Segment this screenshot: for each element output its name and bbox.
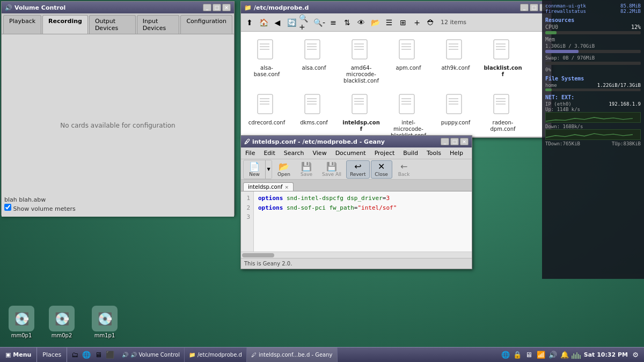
fm-file-alsa-base[interactable]: alsa-base.conf: [245, 36, 288, 86]
fm-grid-button[interactable]: ⊞: [397, 16, 409, 29]
fm-minimize-button[interactable]: _: [520, 4, 529, 11]
close-button[interactable]: ×: [222, 4, 231, 11]
settings-icon[interactable]: ⚙: [630, 350, 641, 360]
show-volume-meters-checkbox[interactable]: [4, 204, 11, 211]
save-button[interactable]: 💾 Save: [296, 160, 317, 179]
geany-minimize-button[interactable]: _: [441, 138, 449, 145]
tab-input-devices[interactable]: Input Devices: [137, 15, 180, 34]
tab-output-devices[interactable]: Output Devices: [89, 15, 136, 34]
fm-file-dkms[interactable]: dkms.conf: [292, 91, 335, 136]
fm-file-puppy[interactable]: puppy.conf: [434, 91, 477, 136]
desktop-icon-mm0p2[interactable]: 💽 mm0p2: [43, 304, 80, 341]
volume-control-title: Volume Control: [14, 4, 65, 11]
menu-edit[interactable]: Edit: [259, 147, 279, 159]
code-area[interactable]: options snd-intel-dspcfg dsp_driver=3 op…: [254, 191, 472, 252]
fm-maximize-button[interactable]: □: [530, 4, 538, 11]
menu-file[interactable]: File: [241, 147, 259, 159]
fm-file-inteldsp[interactable]: inteldsp.conf: [340, 91, 383, 136]
display-icon[interactable]: 🖥: [524, 350, 535, 360]
mm0p2-icon: 💽: [49, 306, 75, 331]
cpu-usage-icon[interactable]: [571, 350, 582, 360]
resources-section-label: Resources: [545, 17, 641, 23]
window-buttons-taskbar-icon[interactable]: ⬛: [105, 350, 115, 360]
menu-search[interactable]: Search: [280, 147, 309, 159]
maximize-button[interactable]: □: [213, 4, 221, 11]
fm-file-blacklist[interactable]: blacklist.conf: [481, 36, 524, 86]
tab-playback[interactable]: Playback: [3, 15, 41, 34]
taskbar-vol-window[interactable]: 🔊 🔊 Volume Control: [118, 348, 185, 362]
close-file-button[interactable]: ✕ Close: [371, 160, 392, 179]
geany-maximize-button[interactable]: □: [450, 138, 459, 145]
fm-file-ath9k[interactable]: ath9k.conf: [434, 36, 477, 86]
menu-build[interactable]: Build: [399, 147, 422, 159]
minimize-button[interactable]: _: [203, 4, 211, 11]
menu-help[interactable]: Help: [445, 147, 467, 159]
fm-preview-button[interactable]: 👁: [355, 16, 368, 29]
browser-taskbar-icon[interactable]: 🌐: [81, 350, 92, 360]
geany-tab-inteldsp[interactable]: inteldsp.conf ×: [243, 182, 294, 191]
fm-file-alsa[interactable]: alsa.conf: [292, 36, 335, 86]
menu-tools[interactable]: Tools: [422, 147, 445, 159]
start-menu-button[interactable]: ▣ Menu: [0, 348, 37, 362]
down-graph: [545, 129, 641, 140]
cpu-row: CPU0 12%: [545, 24, 641, 30]
fm-home-button[interactable]: 🏠: [257, 16, 270, 29]
fm-new-folder-button[interactable]: +: [411, 16, 423, 29]
scrollbar-thumb[interactable]: [242, 253, 274, 257]
fm-view-button[interactable]: ≡: [327, 16, 340, 29]
fm-file-intel-microcode[interactable]: intel-microcode-blacklist.conf: [387, 91, 430, 136]
places-menu-button[interactable]: Places: [37, 348, 67, 362]
fm-back-button[interactable]: ◀: [271, 16, 284, 29]
security-icon[interactable]: 🔒: [512, 350, 523, 360]
fm-list-button[interactable]: ☰: [383, 16, 396, 29]
clock[interactable]: Sat 10:32 PM: [584, 351, 628, 358]
fm-folder-button[interactable]: 📂: [369, 16, 382, 29]
revert-button[interactable]: ↩ Revert: [346, 160, 369, 179]
cpu-value: 12%: [631, 24, 641, 30]
back-button[interactable]: ← Back: [393, 160, 415, 179]
file-icon: [398, 93, 419, 119]
new-dropdown-arrow[interactable]: ▼: [265, 160, 272, 179]
file-manager-taskbar-icon[interactable]: 🗂: [69, 350, 80, 360]
fm-file-cdrecord[interactable]: cdrecord.conf: [245, 91, 288, 136]
geany-editor[interactable]: 1 2 3 options snd-intel-dspcfg dsp_drive…: [241, 191, 472, 252]
fm-help-button[interactable]: ⛑: [425, 16, 437, 29]
fm-file-radeon[interactable]: radeon-dpm.conf: [481, 91, 524, 136]
fm-file-amd64[interactable]: amd64-microcode-blacklist.conf: [340, 36, 383, 86]
menu-document[interactable]: Document: [331, 147, 370, 159]
file-name: cdrecord.conf: [248, 120, 285, 126]
geany-title: inteldsp.conf - /etc/modprobe.d - Geany: [252, 138, 385, 145]
open-button[interactable]: 📂 Open: [273, 160, 295, 179]
taskbar-fm-window[interactable]: 📁 /etc/modprobe.d: [185, 348, 247, 362]
notification-icon[interactable]: 🔔: [559, 350, 570, 360]
menu-project[interactable]: Project: [370, 147, 399, 159]
volume-icon[interactable]: 🔊: [547, 350, 558, 360]
fm-refresh-button[interactable]: 🔄: [285, 16, 298, 29]
revert-icon: ↩: [354, 161, 361, 172]
fm-zoom-out-button[interactable]: 🔍-: [313, 16, 326, 29]
desktop-icon-mm0p1[interactable]: 💽 mm0p1: [3, 304, 40, 341]
geany-statusbar: This is Geany 2.0.: [241, 258, 472, 269]
horizontal-scrollbar[interactable]: [241, 252, 472, 258]
save-all-button[interactable]: 💾 Save All: [318, 160, 345, 179]
new-button[interactable]: 📄 New: [244, 160, 265, 179]
tab-configuration[interactable]: Configuration: [180, 15, 232, 34]
fm-window-label: /etc/modprobe.d: [197, 352, 242, 358]
geany-close-button[interactable]: ×: [460, 138, 469, 145]
terminal-taskbar-icon[interactable]: 🖥: [93, 350, 104, 360]
fm-file-apm[interactable]: apm.conf: [387, 36, 430, 86]
tab-recording[interactable]: Recording: [42, 15, 88, 34]
tab-close-icon[interactable]: ×: [285, 184, 289, 190]
fm-up-button[interactable]: ⬆: [243, 16, 256, 29]
desktop-icon-mm1p1[interactable]: 💽 mm1p1: [86, 304, 123, 341]
show-volume-meters[interactable]: Show volume meters: [4, 204, 76, 212]
mem-row: Mem: [545, 36, 641, 42]
file-name: intel-microcode-blacklist.conf: [389, 120, 428, 136]
fm-zoom-in-button[interactable]: 🔍+: [299, 16, 312, 29]
home-value: 1.22GiB/17.3GiB: [597, 83, 641, 88]
wifi-icon[interactable]: 📶: [536, 350, 546, 360]
taskbar-geany-window[interactable]: 🖊 inteldsp.conf...be.d - Geany: [247, 348, 338, 362]
fm-sort-button[interactable]: ⇅: [341, 16, 354, 29]
menu-view[interactable]: View: [309, 147, 331, 159]
network-icon[interactable]: 🌐: [500, 350, 511, 360]
